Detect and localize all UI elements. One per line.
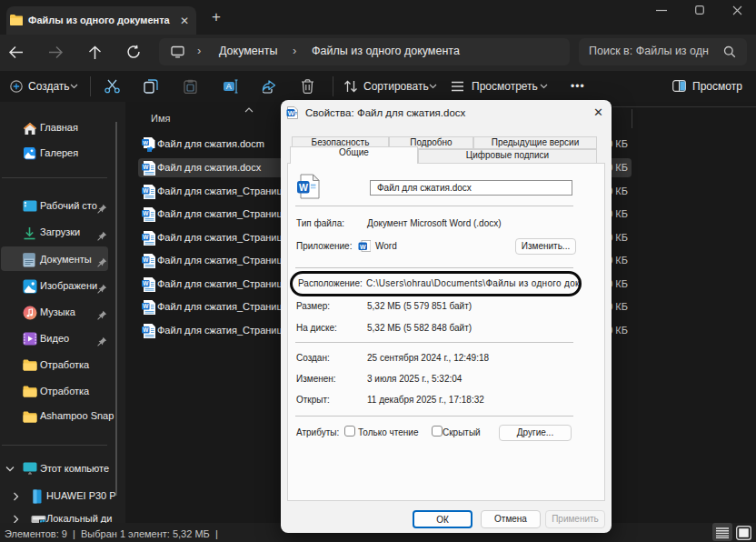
svg-text:W: W bbox=[143, 187, 149, 194]
svg-text:W: W bbox=[143, 210, 149, 216]
svg-text:W: W bbox=[288, 109, 295, 117]
svg-text:W: W bbox=[143, 280, 149, 286]
svg-text:W: W bbox=[143, 256, 149, 263]
svg-text:W: W bbox=[143, 164, 149, 170]
svg-text:W: W bbox=[299, 182, 308, 193]
svg-text:W: W bbox=[143, 326, 149, 333]
svg-text:A: A bbox=[226, 82, 232, 91]
svg-text:W: W bbox=[143, 303, 149, 309]
svg-text:W: W bbox=[143, 234, 149, 240]
svg-text:W: W bbox=[360, 244, 366, 250]
svg-text:W: W bbox=[143, 140, 148, 146]
